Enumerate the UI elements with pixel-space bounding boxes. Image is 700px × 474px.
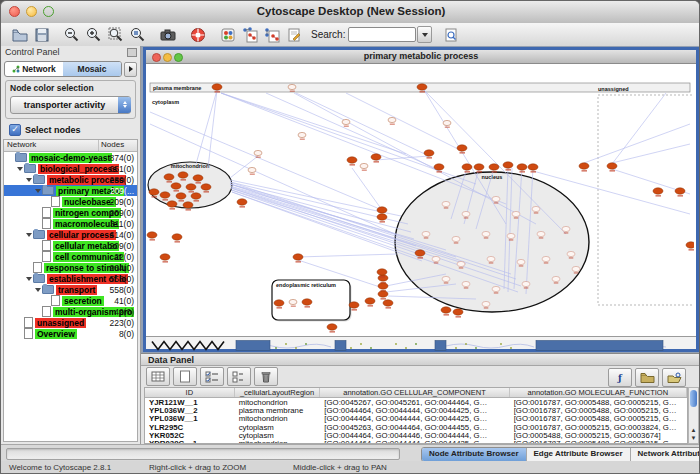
search-input[interactable] xyxy=(348,27,416,42)
snapshot-icon[interactable] xyxy=(158,25,178,45)
new-network-from-selected-edges-icon[interactable] xyxy=(262,25,282,45)
create-attribute-icon[interactable] xyxy=(173,367,197,386)
network-node[interactable] xyxy=(360,163,368,168)
tree-row[interactable]: macromolecule311(0) xyxy=(4,218,137,229)
view-window-titlebar[interactable]: primary metabolic process xyxy=(146,50,696,64)
network-node[interactable] xyxy=(415,250,425,256)
network-node[interactable] xyxy=(342,119,350,124)
network-node[interactable] xyxy=(552,276,560,281)
scroll-down-icon[interactable]: ▼ xyxy=(689,434,698,442)
network-node[interactable] xyxy=(482,301,490,306)
network-node[interactable] xyxy=(512,211,520,216)
network-node[interactable] xyxy=(522,281,530,286)
tree-row[interactable]: unassigned223(0) xyxy=(4,317,137,328)
network-node[interactable] xyxy=(347,157,357,163)
zoom-in-icon[interactable] xyxy=(84,25,104,45)
network-node[interactable] xyxy=(443,120,451,125)
search-dropdown-button[interactable] xyxy=(417,26,432,43)
network-node[interactable] xyxy=(579,163,589,169)
network-node[interactable] xyxy=(562,226,570,231)
expand-arrow-icon[interactable] xyxy=(26,178,32,185)
network-edge[interactable] xyxy=(231,188,416,246)
column-header[interactable]: annotation.GO CELLULAR_COMPONENT xyxy=(320,388,509,397)
zoom-out-icon[interactable] xyxy=(62,25,82,45)
network-node[interactable] xyxy=(607,163,617,169)
network-node[interactable] xyxy=(289,299,297,304)
tab-edge-attribute-browser[interactable]: Edge Attribute Browser xyxy=(527,448,631,461)
table-vertical-scrollbar[interactable]: ▲ ▼ xyxy=(688,387,699,444)
tree-header-nodes[interactable]: Nodes xyxy=(99,140,137,151)
float-panel-icon[interactable] xyxy=(127,48,137,57)
network-node[interactable] xyxy=(537,231,545,236)
network-node[interactable] xyxy=(417,84,427,90)
network-node[interactable] xyxy=(452,236,460,241)
import-attributes-icon[interactable] xyxy=(635,368,659,387)
network-node[interactable] xyxy=(462,211,470,216)
network-node[interactable] xyxy=(517,259,525,264)
table-horizontal-scrollbar[interactable] xyxy=(6,448,400,460)
select-attributes-icon[interactable] xyxy=(200,367,224,386)
attribute-table-icon[interactable] xyxy=(146,367,170,386)
network-node[interactable] xyxy=(377,269,387,275)
network-node[interactable] xyxy=(171,183,181,189)
network-node[interactable] xyxy=(293,254,303,260)
region-nucleus[interactable] xyxy=(395,172,589,312)
tree-row[interactable]: nitrogen compo209(0) xyxy=(4,207,137,218)
network-node[interactable] xyxy=(371,154,381,160)
network-node[interactable] xyxy=(298,132,306,137)
network-node[interactable] xyxy=(489,164,499,170)
network-node[interactable] xyxy=(432,256,440,261)
network-edge[interactable] xyxy=(298,254,397,257)
network-node[interactable] xyxy=(193,175,203,181)
network-node[interactable] xyxy=(149,189,159,195)
new-network-from-selected-nodes-icon[interactable] xyxy=(240,25,260,45)
network-node[interactable] xyxy=(441,307,451,313)
network-node[interactable] xyxy=(383,300,393,306)
network-node[interactable] xyxy=(167,201,177,207)
network-node[interactable] xyxy=(507,233,515,238)
network-node[interactable] xyxy=(237,199,247,205)
network-node[interactable] xyxy=(254,150,262,155)
network-edge[interactable] xyxy=(612,144,690,163)
open-attribute-file-icon[interactable] xyxy=(662,368,686,387)
network-node[interactable] xyxy=(377,214,387,220)
tree-row[interactable]: response to stimulu264(0) xyxy=(4,262,137,273)
network-node[interactable] xyxy=(653,188,663,194)
network-node[interactable] xyxy=(492,286,500,291)
network-node[interactable] xyxy=(191,193,201,199)
network-node[interactable] xyxy=(172,234,182,240)
expand-arrow-icon[interactable] xyxy=(26,277,32,284)
expand-arrow-icon[interactable] xyxy=(17,167,23,174)
network-node[interactable] xyxy=(474,164,484,170)
search-filter-icon[interactable] xyxy=(441,25,461,45)
scrollbar-thumb[interactable] xyxy=(690,390,697,407)
tree-row[interactable]: mosaic-demo-yeast874(0) xyxy=(4,152,137,163)
network-node[interactable] xyxy=(517,164,527,170)
network-node[interactable] xyxy=(542,256,550,261)
network-node[interactable] xyxy=(164,174,174,180)
network-node[interactable] xyxy=(482,231,490,236)
network-node[interactable] xyxy=(434,164,444,170)
network-node[interactable] xyxy=(442,276,450,281)
tree-row[interactable]: transport558(0) xyxy=(4,284,137,295)
column-header[interactable]: annotation.GO MOLECULAR_FUNCTION xyxy=(510,388,687,397)
region-unassigned[interactable] xyxy=(598,95,694,305)
network-node[interactable] xyxy=(274,300,284,306)
tab-network[interactable]: Network xyxy=(5,62,63,76)
network-node[interactable] xyxy=(462,281,470,286)
expand-arrow-icon[interactable] xyxy=(35,288,41,295)
network-node[interactable] xyxy=(377,207,387,213)
network-node[interactable] xyxy=(528,164,538,170)
select-nodes-checkbox[interactable] xyxy=(9,124,21,136)
network-node[interactable] xyxy=(186,184,196,190)
network-node[interactable] xyxy=(487,256,495,261)
network-node[interactable] xyxy=(572,266,580,271)
expand-arrow-icon[interactable] xyxy=(35,189,41,196)
network-node[interactable] xyxy=(176,193,186,199)
tree-row[interactable]: cellular metabo209(0) xyxy=(4,240,137,251)
network-node[interactable] xyxy=(453,309,463,315)
network-node[interactable] xyxy=(422,231,430,236)
network-edge[interactable] xyxy=(612,93,666,164)
network-node[interactable] xyxy=(567,251,575,256)
network-node[interactable] xyxy=(349,302,359,308)
